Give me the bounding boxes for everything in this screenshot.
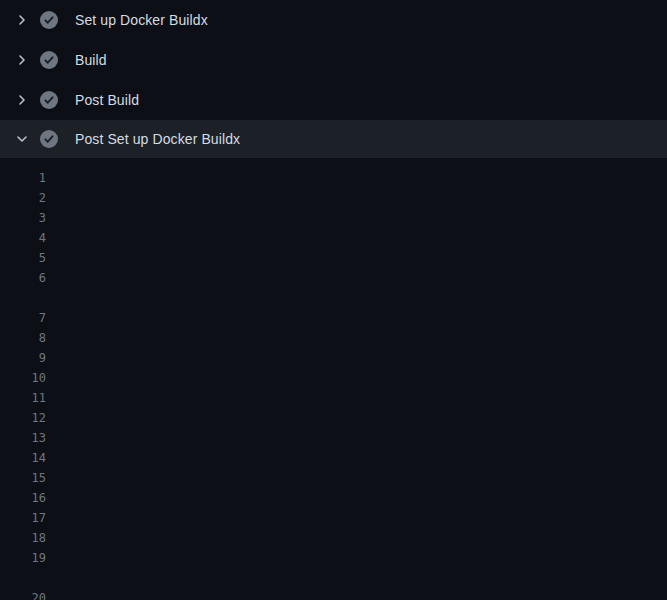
check-circle-icon <box>40 130 58 148</box>
log-row: 5 time="2021-04-23T18:02:37Z" level=warn… <box>0 248 667 268</box>
step-title: Post Build <box>75 92 139 108</box>
step-header-post-setup-docker-buildx[interactable]: Post Set up Docker Buildx <box>0 120 667 158</box>
step-title: Set up Docker Buildx <box>75 12 208 28</box>
log-row: 13 time="2021-04-23T18:02:38Z" level=deb… <box>0 428 667 448</box>
log-lines: 1 Post job cleanup. 2 ▼ BuildKit contain… <box>0 158 667 600</box>
log-row: 3 /usr/bin/docker logs buildx_buildkit_b… <box>0 208 667 228</box>
line-number[interactable]: 1 <box>0 168 46 188</box>
step-title: Post Set up Docker Buildx <box>75 131 240 147</box>
step-header-build[interactable]: Build <box>0 40 667 80</box>
log-row: 17 time="2021-04-23T18:02:38Z" level=deb… <box>0 508 667 528</box>
log-row: 7 time="2021-04-23T18:02:37Z" level=warn… <box>0 308 667 328</box>
log-row: 20 time="2021-04-23T18:02:38Z" level=deb… <box>0 588 667 600</box>
step-header-setup-docker-buildx[interactable]: Set up Docker Buildx <box>0 0 667 40</box>
step-title: Build <box>75 52 107 68</box>
chevron-right-icon <box>14 12 30 28</box>
line-number[interactable]: 9 <box>0 348 46 368</box>
line-number[interactable]: 11 <box>0 388 46 408</box>
log-row: 19 time="2021-04-23T18:02:38Z" level=deb… <box>0 548 667 568</box>
log-row: 2 ▼ BuildKit container logs <box>0 188 667 208</box>
line-number[interactable]: 5 <box>0 248 46 268</box>
line-number[interactable]: 2 <box>0 188 46 208</box>
chevron-down-icon <box>14 131 30 147</box>
step-header-post-build[interactable]: Post Build <box>0 80 667 120</box>
log-row: 12 time="2021-04-23T18:02:38Z" level=deb… <box>0 408 667 428</box>
line-number[interactable]: 10 <box>0 368 46 388</box>
log-row: 9 time="2021-04-23T18:02:37Z" level=warn… <box>0 348 667 368</box>
chevron-right-icon <box>14 92 30 108</box>
line-number[interactable]: 18 <box>0 528 46 548</box>
check-circle-icon <box>40 91 58 109</box>
check-circle-icon <box>40 11 58 29</box>
log-row: 14 time="2021-04-23T18:02:38Z" level=deb… <box>0 448 667 468</box>
log-row: 11 time="2021-04-23T18:02:38Z" level=deb… <box>0 388 667 408</box>
log-row: 8 time="2021-04-23T18:02:37Z" level=info… <box>0 328 667 348</box>
chevron-right-icon <box>14 52 30 68</box>
line-number[interactable]: 12 <box>0 408 46 428</box>
step-list: Set up Docker Buildx Build Post Build <box>0 0 667 158</box>
line-number[interactable]: 6 <box>0 268 46 288</box>
line-number[interactable]: 16 <box>0 488 46 508</box>
line-number[interactable]: 4 <box>0 228 46 248</box>
line-number[interactable]: 13 <box>0 428 46 448</box>
log-row: 16 time="2021-04-23T18:02:38Z" level=deb… <box>0 488 667 508</box>
log-row: 15 time="2021-04-23T18:02:38Z" level=deb… <box>0 468 667 488</box>
line-number[interactable]: 19 <box>0 548 46 568</box>
log-row: linux/riscv64 linux/ppc64le linux/s390x … <box>0 288 667 308</box>
line-number[interactable]: 17 <box>0 508 46 528</box>
line-number[interactable]: 7 <box>0 308 46 328</box>
line-number[interactable]: 8 <box>0 328 46 348</box>
log-row: 6 time="2021-04-23T18:02:37Z" level=info… <box>0 268 667 288</box>
log-row: 4 time="2021-04-23T18:02:37Z" level=info… <box>0 228 667 248</box>
line-number[interactable]: 20 <box>0 588 46 600</box>
line-number[interactable]: 3 <box>0 208 46 228</box>
log-row: 18 time="2021-04-23T18:02:38Z" level=deb… <box>0 528 667 548</box>
log-row: application/vnd.oci.image.index.v1+json,… <box>0 568 667 588</box>
check-circle-icon <box>40 51 58 69</box>
log-row: 10 time="2021-04-23T18:02:37Z" level=inf… <box>0 368 667 388</box>
line-number[interactable]: 14 <box>0 448 46 468</box>
log-row: 1 Post job cleanup. <box>0 168 667 188</box>
actions-log-viewer: Set up Docker Buildx Build Post Build <box>0 0 667 600</box>
line-number[interactable]: 15 <box>0 468 46 488</box>
